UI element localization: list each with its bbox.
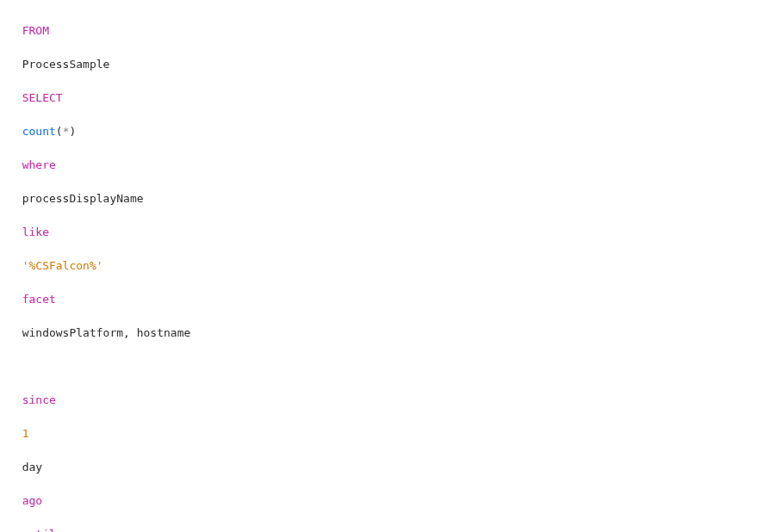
func-count: count — [22, 125, 56, 138]
kw-where: where — [22, 158, 56, 171]
query-source: ProcessSample — [22, 58, 110, 71]
kw-select: SELECT — [22, 91, 63, 104]
nrql-query-editor[interactable]: FROM ProcessSample SELECT count(*) where… — [0, 0, 775, 532]
kw-from: FROM — [22, 24, 49, 37]
